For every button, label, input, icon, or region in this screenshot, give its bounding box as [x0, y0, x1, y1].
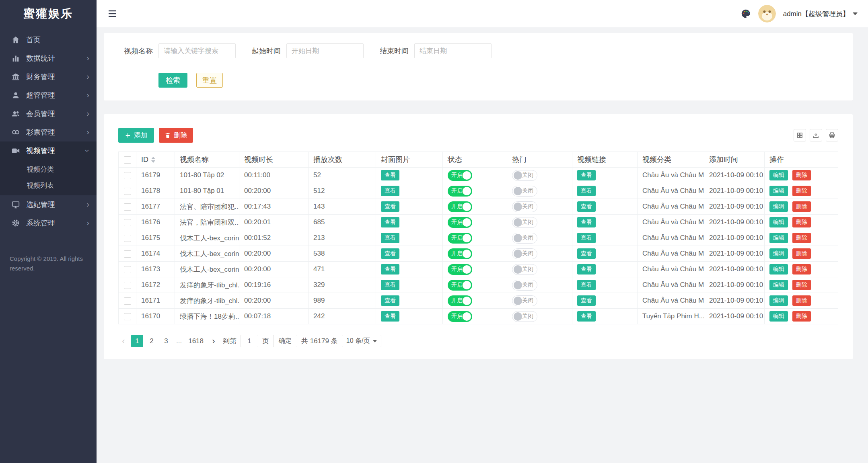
view-cover-button[interactable]: 查看	[381, 311, 399, 322]
hot-toggle[interactable]: 关闭	[512, 264, 537, 275]
row-checkbox[interactable]	[124, 297, 131, 305]
status-toggle[interactable]: 开启	[448, 186, 472, 197]
status-toggle[interactable]: 开启	[448, 280, 472, 291]
delete-button[interactable]: 删除	[792, 186, 811, 196]
view-link-button[interactable]: 查看	[577, 264, 596, 275]
row-checkbox[interactable]	[124, 203, 131, 211]
row-checkbox[interactable]	[124, 313, 131, 320]
status-toggle[interactable]: 开启	[448, 201, 472, 212]
avatar[interactable]	[758, 5, 776, 23]
view-cover-button[interactable]: 查看	[381, 170, 399, 180]
view-link-button[interactable]: 查看	[577, 280, 596, 290]
view-link-button[interactable]: 查看	[577, 311, 596, 322]
edit-button[interactable]: 编辑	[769, 264, 788, 275]
view-cover-button[interactable]: 查看	[381, 295, 399, 306]
next-page-button[interactable]: ›	[208, 336, 219, 346]
hot-toggle[interactable]: 关闭	[512, 248, 537, 259]
view-cover-button[interactable]: 查看	[381, 248, 399, 259]
sidebar-item-finance[interactable]: 财务管理 ›	[0, 68, 97, 86]
sidebar-item-members[interactable]: 会员管理 ›	[0, 104, 97, 123]
video-name-input[interactable]	[158, 43, 236, 58]
start-date-input[interactable]	[286, 43, 364, 58]
status-toggle[interactable]: 开启	[448, 217, 472, 228]
hot-toggle[interactable]: 关闭	[512, 295, 537, 306]
edit-button[interactable]: 编辑	[769, 201, 788, 212]
edit-button[interactable]: 编辑	[769, 186, 788, 196]
status-toggle[interactable]: 开启	[448, 295, 472, 306]
hot-toggle[interactable]: 关闭	[512, 280, 537, 291]
status-toggle[interactable]: 开启	[448, 264, 472, 275]
row-checkbox[interactable]	[124, 250, 131, 258]
page-button-last[interactable]: 1618	[186, 335, 206, 347]
sidebar-item-select[interactable]: 选妃管理 ›	[0, 195, 97, 214]
sort-icon[interactable]	[151, 157, 155, 163]
status-toggle[interactable]: 开启	[448, 170, 472, 181]
theme-palette-icon[interactable]	[740, 8, 751, 19]
edit-button[interactable]: 编辑	[769, 295, 788, 306]
view-cover-button[interactable]: 查看	[381, 201, 399, 212]
delete-button[interactable]: 删除	[792, 248, 811, 259]
hot-toggle[interactable]: 关闭	[512, 233, 537, 244]
view-cover-button[interactable]: 查看	[381, 233, 399, 243]
view-cover-button[interactable]: 查看	[381, 280, 399, 290]
view-link-button[interactable]: 查看	[577, 170, 596, 180]
print-icon[interactable]	[826, 129, 838, 141]
per-page-select[interactable]: 10 条/页	[342, 335, 382, 347]
column-header-id[interactable]: ID	[136, 152, 175, 168]
delete-button[interactable]: 删除	[792, 295, 811, 306]
select-all-checkbox[interactable]	[124, 156, 131, 164]
edit-button[interactable]: 编辑	[769, 217, 788, 227]
view-link-button[interactable]: 查看	[577, 248, 596, 259]
sidebar-item-stats[interactable]: 数据统计 ›	[0, 49, 97, 68]
page-button-2[interactable]: 2	[146, 335, 158, 347]
filter-columns-icon[interactable]	[794, 129, 806, 141]
row-checkbox[interactable]	[124, 188, 131, 195]
user-menu[interactable]: admin【超级管理员】	[783, 9, 858, 18]
search-button[interactable]: 检索	[158, 73, 187, 88]
delete-button[interactable]: 删除	[792, 264, 811, 275]
page-button-3[interactable]: 3	[160, 335, 172, 347]
menu-toggle-icon[interactable]	[107, 9, 119, 18]
view-link-button[interactable]: 查看	[577, 186, 596, 196]
bulk-delete-button[interactable]: 删除	[159, 128, 193, 143]
row-checkbox[interactable]	[124, 235, 131, 242]
view-cover-button[interactable]: 查看	[381, 186, 399, 196]
status-toggle[interactable]: 开启	[448, 248, 472, 259]
hot-toggle[interactable]: 关闭	[512, 201, 537, 212]
view-link-button[interactable]: 查看	[577, 233, 596, 243]
delete-button[interactable]: 删除	[792, 170, 811, 180]
hot-toggle[interactable]: 关闭	[512, 170, 537, 181]
sidebar-subitem-video-category[interactable]: 视频分类	[0, 162, 97, 178]
row-checkbox[interactable]	[124, 266, 131, 273]
sidebar-item-system[interactable]: 系统管理 ›	[0, 214, 97, 232]
edit-button[interactable]: 编辑	[769, 280, 788, 290]
delete-button[interactable]: 删除	[792, 201, 811, 212]
sidebar-item-lottery[interactable]: 彩票管理 ›	[0, 123, 97, 141]
edit-button[interactable]: 编辑	[769, 248, 788, 259]
view-link-button[interactable]: 查看	[577, 201, 596, 212]
hot-toggle[interactable]: 关闭	[512, 311, 537, 322]
sidebar-item-video[interactable]: 视频管理 ›	[0, 141, 97, 160]
delete-button[interactable]: 删除	[792, 217, 811, 227]
row-checkbox[interactable]	[124, 282, 131, 289]
sidebar-subitem-video-list[interactable]: 视频列表	[0, 178, 97, 194]
hot-toggle[interactable]: 关闭	[512, 186, 537, 197]
delete-button[interactable]: 删除	[792, 280, 811, 290]
goto-confirm-button[interactable]: 确定	[273, 335, 297, 347]
status-toggle[interactable]: 开启	[448, 233, 472, 244]
view-cover-button[interactable]: 查看	[381, 264, 399, 275]
row-checkbox[interactable]	[124, 219, 131, 226]
hot-toggle[interactable]: 关闭	[512, 217, 537, 228]
edit-button[interactable]: 编辑	[769, 311, 788, 322]
view-link-button[interactable]: 查看	[577, 295, 596, 306]
prev-page-button[interactable]: ‹	[118, 336, 129, 346]
delete-button[interactable]: 删除	[792, 311, 811, 322]
view-cover-button[interactable]: 查看	[381, 217, 399, 227]
edit-button[interactable]: 编辑	[769, 233, 788, 243]
sidebar-item-home[interactable]: 首页	[0, 31, 97, 49]
status-toggle[interactable]: 开启	[448, 311, 472, 322]
end-date-input[interactable]	[414, 43, 492, 58]
sidebar-item-superadmin[interactable]: 超管管理 ›	[0, 86, 97, 104]
add-button[interactable]: 添加	[118, 128, 154, 143]
edit-button[interactable]: 编辑	[769, 170, 788, 180]
